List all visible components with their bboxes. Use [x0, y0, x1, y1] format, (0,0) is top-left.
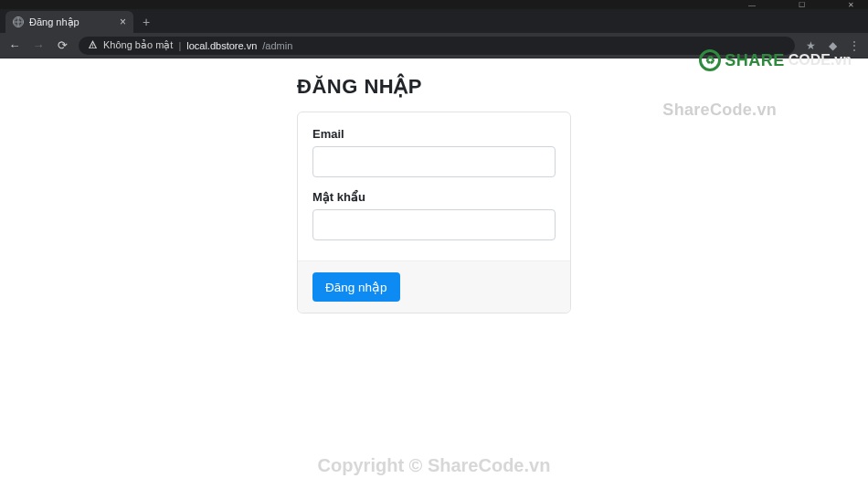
page-content: ĐĂNG NHẬP Email Mật khẩu Đăng nhập: [0, 58, 868, 314]
nav-back-icon[interactable]: ←: [7, 38, 22, 52]
extension-icon[interactable]: ◆: [826, 39, 839, 52]
login-button[interactable]: Đăng nhập: [312, 272, 400, 302]
email-label: Email: [312, 127, 556, 141]
address-bar[interactable]: Không bảo mật | local.dbstore.vn/admin: [79, 37, 795, 55]
password-label: Mật khẩu: [312, 190, 556, 204]
nav-forward-icon: →: [31, 38, 46, 52]
page-viewport: ♻ SHARECODE.vn ShareCode.vn ĐĂNG NHẬP Em…: [0, 58, 868, 489]
login-card-footer: Đăng nhập: [298, 260, 570, 313]
watermark-bottom: Copyright © ShareCode.vn: [0, 455, 868, 476]
password-field[interactable]: [312, 209, 556, 240]
password-group: Mật khẩu: [312, 190, 556, 240]
login-card-body: Email Mật khẩu: [298, 112, 570, 260]
os-titlebar: — ☐ ✕: [0, 0, 868, 9]
login-area: ĐĂNG NHẬP Email Mật khẩu Đăng nhập: [297, 75, 571, 314]
browser-toolbar: ← → ⟳ Không bảo mật | local.dbstore.vn/a…: [0, 33, 868, 58]
globe-icon: [13, 16, 24, 27]
menu-icon[interactable]: ⋮: [848, 39, 861, 52]
window-minimize-button[interactable]: —: [738, 1, 766, 9]
new-tab-button[interactable]: +: [133, 11, 159, 33]
window-maximize-button[interactable]: ☐: [788, 1, 815, 9]
security-label: Không bảo mật: [103, 39, 173, 51]
page-title: ĐĂNG NHẬP: [297, 75, 571, 99]
address-path: /admin: [262, 40, 292, 51]
browser-tab-active[interactable]: Đăng nhập ×: [5, 11, 133, 33]
star-icon[interactable]: ★: [804, 39, 817, 52]
extension-icons: ★ ◆ ⋮: [804, 39, 861, 52]
nav-reload-icon[interactable]: ⟳: [55, 38, 69, 52]
browser-tab-strip: Đăng nhập × +: [0, 9, 868, 33]
tab-title: Đăng nhập: [29, 16, 79, 28]
address-separator: |: [178, 40, 181, 51]
address-host: local.dbstore.vn: [186, 40, 257, 51]
window-close-button[interactable]: ✕: [837, 1, 864, 9]
not-secure-icon: [88, 39, 98, 51]
login-card: Email Mật khẩu Đăng nhập: [297, 112, 571, 314]
tab-close-icon[interactable]: ×: [120, 16, 126, 28]
email-group: Email: [312, 127, 556, 177]
email-field[interactable]: [312, 146, 556, 177]
